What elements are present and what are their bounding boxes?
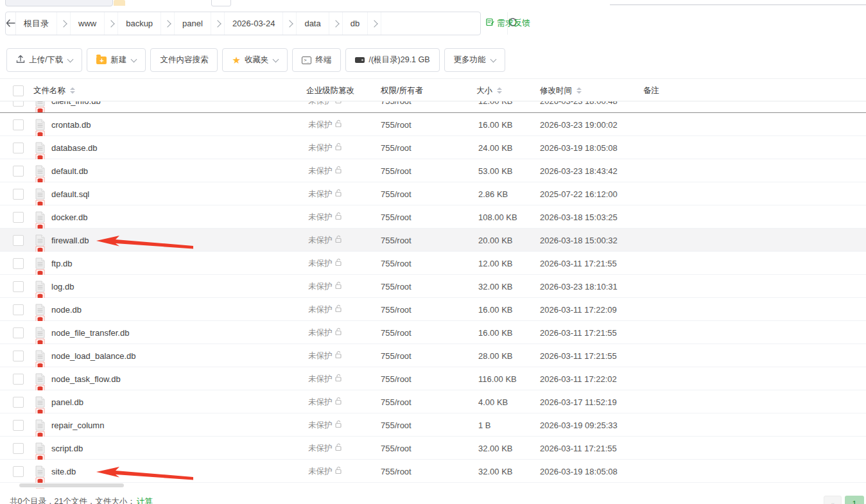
row-checkbox[interactable] [13,101,24,107]
favorites-button[interactable]: ★ 收藏夹 [222,48,288,72]
table-row[interactable]: SQL docker.db 未保护 755/root 108.00 KB 202… [0,205,866,229]
row-checkbox[interactable] [13,327,24,338]
path-search-input-clipped[interactable] [5,0,113,6]
select-all-checkbox[interactable] [13,85,24,96]
file-name[interactable]: database.db [51,136,98,159]
tamper-status[interactable]: 未保护 [308,344,342,367]
table-row[interactable]: SQL node_file_transfer.db 未保护 755/root 1… [0,321,866,344]
calculate-size-link[interactable]: 计算 [137,496,153,504]
header-file-name[interactable]: 文件名称 [33,79,75,102]
header-size[interactable]: 大小 [476,79,502,102]
breadcrumb-item-data[interactable]: data [297,12,329,35]
feedback-link[interactable]: 需求反馈 [486,17,530,29]
file-name[interactable]: default.db [51,159,88,182]
row-checkbox[interactable] [13,143,24,153]
tamper-status[interactable]: 未保护 [308,229,342,252]
file-name[interactable]: client_info.db [51,101,101,112]
table-row[interactable]: SQL site.db 未保护 755/root 32.00 KB 2026-0… [0,460,866,483]
tamper-status[interactable]: 未保护 [308,159,342,182]
breadcrumb-item-date[interactable]: 2026-03-24 [225,12,284,35]
tamper-status[interactable]: 未保护 [308,298,342,321]
row-checkbox[interactable] [13,466,24,477]
breadcrumb-item-root[interactable]: 根目录 [16,12,57,35]
upload-download-button[interactable]: 上传/下载 [6,48,82,72]
row-checkbox[interactable] [13,166,24,177]
file-name[interactable]: node.db [51,298,82,321]
row-checkbox[interactable] [13,351,24,361]
row-checkbox[interactable] [13,119,24,130]
tamper-status[interactable]: 未保护 [308,413,342,437]
tamper-status[interactable]: 未保护 [308,437,342,460]
sort-icon[interactable] [497,87,502,94]
file-name[interactable]: ftp.db [51,252,73,275]
file-name[interactable]: firewall.db [51,229,89,252]
table-row[interactable]: SQL client_info.db 未保护 755/root 12.00 KB… [0,101,866,112]
table-row[interactable]: SQL crontab.db 未保护 755/root 16.00 KB 202… [0,113,866,136]
small-button-clipped[interactable] [211,0,231,6]
row-checkbox[interactable] [13,374,24,385]
tamper-status[interactable]: 未保护 [308,101,342,112]
table-row[interactable]: SQL ftp.db 未保护 755/root 12.00 KB 2026-03… [0,252,866,275]
row-checkbox[interactable] [13,420,24,431]
tamper-status[interactable]: 未保护 [308,460,342,483]
header-modified-time[interactable]: 修改时间 [540,79,582,102]
breadcrumb-item-panel[interactable]: panel [175,12,211,35]
tamper-status[interactable]: 未保护 [308,367,342,390]
file-name[interactable]: panel.db [51,390,83,413]
row-checkbox[interactable] [13,235,24,246]
tamper-status[interactable]: 未保护 [308,113,342,136]
breadcrumb-item-db[interactable]: db [343,12,368,35]
pagination-current-page[interactable]: 1 [845,496,864,504]
sort-icon[interactable] [70,87,75,94]
tamper-status[interactable]: 未保护 [308,390,342,413]
table-row[interactable]: SQL node_load_balance.db 未保护 755/root 28… [0,344,866,367]
file-name[interactable]: site.db [51,460,76,483]
row-checkbox[interactable] [13,212,24,223]
tamper-status[interactable]: 未保护 [308,321,342,344]
table-row[interactable]: SQL node_task_flow.db 未保护 755/root 116.0… [0,367,866,390]
tamper-status[interactable]: 未保护 [308,182,342,205]
breadcrumb-item-www[interactable]: www [71,12,105,35]
file-name[interactable]: crontab.db [51,113,91,136]
table-row[interactable]: SQL repair_column 未保护 755/root 1 B 2026-… [0,413,866,437]
file-name[interactable]: node_load_balance.db [51,344,136,367]
pagination-prev-button[interactable]: « [824,496,842,504]
content-search-button[interactable]: 文件内容搜索 [150,48,218,72]
tamper-status[interactable]: 未保护 [308,275,342,298]
file-name[interactable]: log.db [51,275,74,298]
row-checkbox[interactable] [13,397,24,408]
table-row[interactable]: SQL firewall.db 未保护 755/root 20.00 KB 20… [0,229,866,252]
row-checkbox[interactable] [13,281,24,292]
row-checkbox[interactable] [13,189,24,200]
table-row[interactable]: SQL default.db 未保护 755/root 53.00 KB 202… [0,159,866,182]
row-checkbox[interactable] [13,258,24,269]
tamper-status[interactable]: 未保护 [308,136,342,159]
back-button[interactable] [6,12,16,35]
permission-owner: 755/root [381,113,411,136]
table-row[interactable]: SQL log.db 未保护 755/root 32.00 KB 2026-03… [0,275,866,298]
permission-owner: 755/root [381,275,411,298]
tamper-status[interactable]: 未保护 [308,205,342,229]
terminal-button[interactable]: >_ 终端 [292,48,341,72]
table-row[interactable]: SQL script.db 未保护 755/root 32.00 KB 2026… [0,437,866,460]
table-row[interactable]: SQL node.db 未保护 755/root 16.00 KB 2026-0… [0,298,866,321]
header-permission-owner-label: 权限/所有者 [381,85,423,96]
breadcrumb-item-backup[interactable]: backup [118,12,161,35]
row-checkbox[interactable] [13,304,24,315]
file-name[interactable]: node_task_flow.db [51,367,121,390]
table-row[interactable]: SQL default.sql 未保护 755/root 2.86 KB 202… [0,182,866,205]
row-checkbox[interactable] [13,443,24,454]
table-row[interactable]: SQL panel.db 未保护 755/root 4.00 KB 2026-0… [0,390,866,413]
file-name[interactable]: node_file_transfer.db [51,321,129,344]
file-name[interactable]: script.db [51,437,83,460]
sort-icon[interactable] [576,87,582,94]
new-button[interactable]: 新建 [87,48,146,72]
file-name[interactable]: repair_column [51,413,104,437]
table-row[interactable]: SQL database.db 未保护 755/root 24.00 KB 20… [0,136,866,159]
disk-usage-button[interactable]: /(根目录)29.1 GB [345,48,439,72]
scrollbar-thumb[interactable] [19,483,124,487]
tamper-status[interactable]: 未保护 [308,252,342,275]
file-name[interactable]: docker.db [51,205,87,229]
file-name[interactable]: default.sql [51,182,89,205]
more-functions-button[interactable]: 更多功能 [444,48,505,72]
